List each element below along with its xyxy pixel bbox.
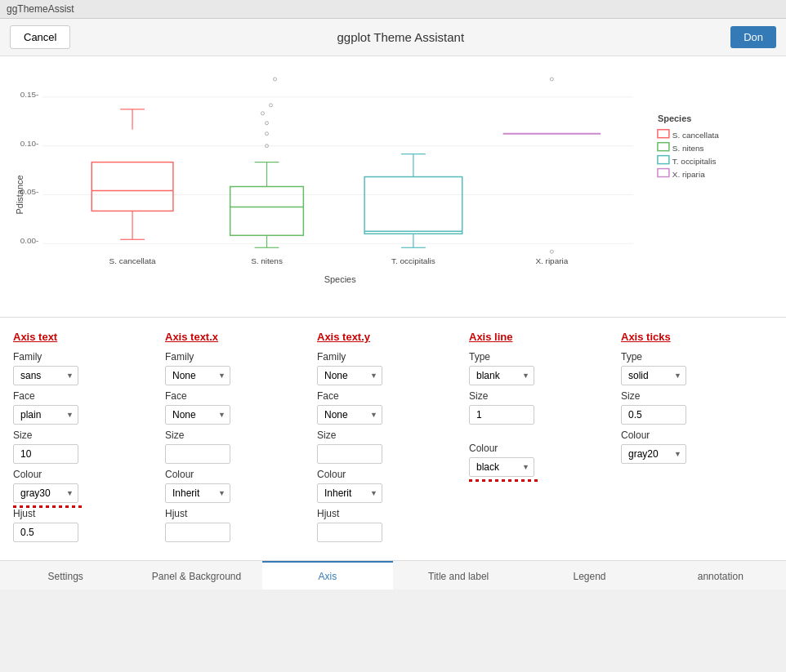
tab-legend[interactable]: Legend	[524, 561, 654, 590]
window-title: ggThemeAssist	[7, 3, 74, 15]
hjust-label: Hjust	[13, 508, 152, 519]
axis-text-y-title[interactable]: Axis text.y	[317, 331, 456, 343]
colourx-select[interactable]: Inheritblackgray30	[165, 483, 230, 503]
axis-text-title[interactable]: Axis text	[13, 331, 152, 343]
tab-title-label-label: Title and label	[428, 571, 489, 582]
svg-text:Species: Species	[658, 113, 691, 123]
toolbar: Cancel ggplot Theme Assistant Don	[0, 19, 786, 56]
colourx-select-wrapper[interactable]: Inheritblackgray30	[165, 483, 230, 503]
coloury-field-row: Colour Inheritblackgray30	[317, 469, 456, 503]
hjusty-label: Hjust	[317, 508, 456, 519]
colour-line-select-wrapper[interactable]: blackwhiteInherit	[469, 457, 534, 477]
bottom-tabs: Settings Panel & Background Axis Title a…	[0, 560, 786, 590]
colour-ticks-select-wrapper[interactable]: gray20blackInherit	[621, 444, 686, 464]
svg-rect-43	[658, 143, 669, 151]
face-field-row: Face plainbolditalic	[13, 390, 152, 425]
coloury-label: Colour	[317, 469, 456, 480]
face-select-wrapper[interactable]: plainbolditalic	[13, 405, 78, 425]
facex-select-wrapper[interactable]: Noneplainbold	[165, 405, 230, 425]
size-line-field-row: Size	[469, 390, 608, 425]
done-button[interactable]: Don	[730, 26, 776, 48]
facey-select-wrapper[interactable]: Noneplainbold	[317, 405, 382, 425]
type-line-select-wrapper[interactable]: blanksoliddashed	[469, 366, 534, 385]
svg-text:T. occipitalis: T. occipitalis	[391, 256, 435, 265]
tab-settings[interactable]: Settings	[0, 561, 131, 590]
svg-point-32	[550, 78, 553, 81]
colour-ticks-select[interactable]: gray20blackInherit	[621, 444, 686, 464]
size-ticks-input[interactable]	[621, 405, 686, 425]
type-ticks-label: Type	[621, 351, 760, 363]
title-bar: ggThemeAssist	[0, 0, 786, 19]
familyy-label: Family	[317, 351, 456, 363]
familyx-select[interactable]: Nonesansserif	[165, 366, 230, 385]
tab-panel-background[interactable]: Panel & Background	[131, 561, 261, 590]
svg-point-33	[550, 250, 553, 253]
colour-select[interactable]: gray30blackInherit	[13, 483, 78, 503]
svg-point-25	[270, 104, 273, 107]
svg-point-22	[266, 132, 269, 136]
colour-select-wrapper[interactable]: gray30blackInherit	[13, 483, 78, 503]
tab-axis-label: Axis	[318, 571, 337, 582]
toolbar-title: ggplot Theme Assistant	[337, 30, 464, 44]
type-line-label: Type	[469, 351, 608, 363]
svg-text:0.10-: 0.10-	[20, 139, 39, 148]
size-line-label: Size	[469, 390, 608, 402]
familyy-field-row: Family Nonesansserif	[317, 351, 456, 385]
colour-line-select[interactable]: blackwhiteInherit	[469, 457, 534, 477]
type-ticks-select-wrapper[interactable]: solidblankdashed	[621, 366, 686, 385]
size-line-input[interactable]	[469, 405, 534, 425]
axis-line-group: Axis line Type blanksoliddashed Size Col…	[469, 331, 621, 547]
face-select[interactable]: plainbolditalic	[13, 405, 78, 425]
svg-text:X. riparia: X. riparia	[672, 170, 705, 179]
tab-axis[interactable]: Axis	[262, 561, 393, 590]
svg-text:Species: Species	[324, 274, 356, 284]
hjusty-field-row: Hjust	[317, 508, 456, 542]
cancel-button[interactable]: Cancel	[10, 25, 70, 49]
axis-ticks-title[interactable]: Axis ticks	[621, 331, 760, 343]
colour-field-row: Colour gray30blackInherit	[13, 469, 152, 503]
svg-rect-47	[658, 169, 669, 177]
type-ticks-select[interactable]: solidblankdashed	[621, 366, 686, 385]
familyx-select-wrapper[interactable]: Nonesansserif	[165, 366, 230, 385]
facey-select[interactable]: Noneplainbold	[317, 405, 382, 425]
svg-rect-28	[364, 177, 462, 234]
sizex-input[interactable]	[165, 444, 230, 464]
hjusty-input[interactable]	[317, 523, 382, 542]
svg-text:S. nitens: S. nitens	[251, 256, 283, 265]
controls-area: Axis text Family sansserifmono Face plai…	[0, 318, 786, 560]
size-ticks-field-row: Size	[621, 390, 760, 425]
axis-line-title[interactable]: Axis line	[469, 331, 608, 343]
svg-rect-10	[92, 162, 173, 211]
tab-annotation[interactable]: annotation	[655, 561, 786, 590]
hjust-input[interactable]	[13, 523, 78, 542]
coloury-select-wrapper[interactable]: Inheritblackgray30	[317, 483, 382, 503]
hjustx-field-row: Hjust	[165, 508, 304, 542]
family-select-wrapper[interactable]: sansserifmono	[13, 366, 78, 385]
type-line-select[interactable]: blanksoliddashed	[469, 366, 534, 385]
facex-select[interactable]: Noneplainbold	[165, 405, 230, 425]
svg-rect-17	[230, 187, 304, 236]
size-input[interactable]	[13, 444, 78, 464]
familyy-select[interactable]: Nonesansserif	[317, 366, 382, 385]
facey-label: Face	[317, 390, 456, 402]
svg-point-24	[261, 112, 265, 115]
family-label: Family	[13, 351, 152, 363]
size-ticks-label: Size	[621, 390, 760, 402]
controls-row: Axis text Family sansserifmono Face plai…	[13, 331, 773, 547]
hjustx-input[interactable]	[165, 523, 230, 542]
axis-text-x-title[interactable]: Axis text.x	[165, 331, 304, 343]
facey-field-row: Face Noneplainbold	[317, 390, 456, 425]
coloury-select[interactable]: Inheritblackgray30	[317, 483, 382, 503]
familyy-select-wrapper[interactable]: Nonesansserif	[317, 366, 382, 385]
sizex-field-row: Size	[165, 429, 304, 464]
size-field-row: Size	[13, 429, 152, 464]
family-select[interactable]: sansserifmono	[13, 366, 78, 385]
svg-text:S. cancellata: S. cancellata	[109, 256, 156, 265]
colourx-label: Colour	[165, 469, 304, 480]
svg-point-14	[273, 78, 276, 81]
tab-title-label[interactable]: Title and label	[393, 561, 524, 590]
familyx-field-row: Family Nonesansserif	[165, 351, 304, 385]
plot-svg: Pdistance 0.15- 0.10- 0.05- 0.00-	[8, 65, 778, 309]
sizey-input[interactable]	[317, 444, 382, 464]
svg-text:0.05-: 0.05-	[20, 187, 39, 196]
